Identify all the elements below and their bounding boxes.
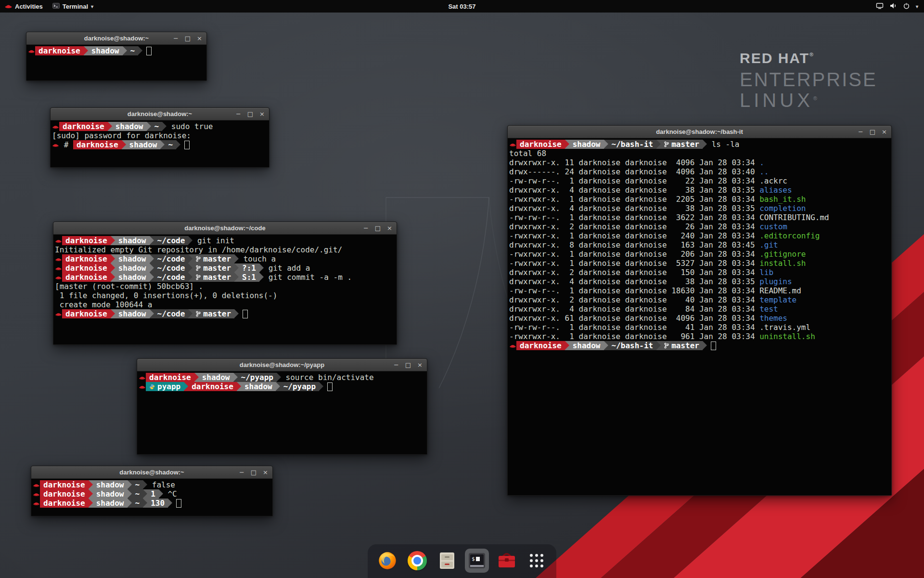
maximize-button[interactable]: □ [405,362,411,368]
powerline-separator-icon [565,140,569,149]
redhat-prompt-icon [52,140,59,149]
redhat-prompt-icon [139,373,146,382]
terminal-text: ls -la [707,140,739,149]
git-branch-icon [196,311,203,317]
terminal-window[interactable]: darknoise@shadow:~/pyapp − □ × darknoise… [137,358,427,455]
terminal-text: uninstall.sh [759,332,815,341]
dock: $ [368,544,556,578]
maximize-button[interactable]: □ [375,225,381,231]
prompt-segment: darknoise [62,254,111,263]
prompt-segment: darknoise [35,46,84,55]
close-button[interactable]: × [417,362,423,368]
minimize-button[interactable]: − [173,35,179,41]
terminal-body[interactable]: darknoiseshadow~ [26,45,206,80]
terminal-cursor [711,342,716,350]
prompt-segment: shadow [569,341,604,350]
git-branch-icon [664,141,671,147]
terminal-body[interactable]: darknoiseshadow~/code git initInitialize… [53,235,397,344]
terminal-line: [master (root-commit) 50bcb63] . [55,282,395,291]
close-button[interactable]: × [263,469,268,475]
terminal-text: completion [759,204,806,213]
powerline-separator-icon [259,263,264,273]
terminal-window[interactable]: darknoise@shadow:~/bash-it − □ × darknoi… [507,125,892,496]
terminal-text: .editorconfig [759,231,820,240]
prompt-segment: ~/code [154,236,189,245]
terminal-line: drwxrwxr-x. 8 darknoise darknoise 163 Ja… [509,240,890,250]
dock-item-terminal[interactable]: $ [465,549,489,573]
terminal-line: darknoiseshadow~/bash-itmaster [509,341,890,350]
close-button[interactable]: × [259,111,265,117]
terminal-line: darknoiseshadow~130 [33,499,271,508]
minimize-button[interactable]: − [363,225,369,231]
prompt-segment: ~/pyapp [280,382,319,391]
terminal-line: -rwxrwxr-x. 1 darknoise darknoise 206 Ja… [509,250,890,259]
window-title: darknoise@shadow:~ [84,35,149,42]
powerline-separator-icon [150,263,154,273]
titlebar[interactable]: darknoise@shadow:~ − □ × [51,108,269,120]
prompt-segment: ~/code [154,273,189,282]
clock[interactable]: Sat 03:57 [443,0,480,13]
terminal-text: drwxrwxr-x. 61 darknoise darknoise 4096 … [509,314,759,323]
titlebar[interactable]: darknoise@shadow:~/bash-it − □ × [508,126,891,138]
terminal-line: -rwxrwxr-x. 1 darknoise darknoise 2205 J… [509,195,890,204]
app-menu-terminal[interactable]: Terminal ▾ [48,0,98,13]
git-branch-icon [196,265,203,271]
prompt-segment: ~ [151,122,163,131]
maximize-button[interactable]: □ [251,469,257,475]
terminal-text: # [59,140,73,149]
dock-item-files[interactable] [435,549,459,573]
prompt-segment: shadow [88,46,123,55]
powerline-separator-icon [319,382,323,391]
terminal-window[interactable]: darknoise@shadow:~ − □ × darknoiseshadow… [31,466,273,516]
close-button[interactable]: × [197,35,202,41]
minimize-button[interactable]: − [394,362,399,368]
titlebar[interactable]: darknoise@shadow:~ − □ × [31,466,272,479]
terminal-text: bash_it.sh [759,195,806,204]
dock-item-chrome[interactable] [405,549,429,573]
close-button[interactable]: × [387,225,392,231]
powerline-separator-icon [111,273,115,282]
dock-item-firefox[interactable] [375,549,399,573]
terminal-text: plugins [759,277,792,286]
redhat-prompt-icon [509,140,516,149]
dock-item-app-grid[interactable] [525,549,549,573]
titlebar[interactable]: darknoise@shadow:~/pyapp − □ × [137,359,427,371]
terminal-line: -rw-rw-r--. 1 darknoise darknoise 3622 J… [509,213,890,222]
close-button[interactable]: × [882,129,887,135]
rhel-logo-enterprise: ENTERPRISE [740,69,877,90]
powerline-separator-icon [176,140,180,149]
minimize-button[interactable]: − [236,111,241,117]
redhat-prompt-icon [28,46,35,55]
titlebar[interactable]: darknoise@shadow:~ − □ × [26,32,206,45]
maximize-button[interactable]: □ [185,35,191,41]
powerline-separator-icon [604,140,608,149]
prompt-segment: darknoise [188,382,237,391]
terminal-window[interactable]: darknoise@shadow:~/code − □ × darknoises… [53,222,397,345]
powerline-separator-icon [168,499,172,508]
maximize-button[interactable]: □ [247,111,253,117]
terminal-window[interactable]: darknoise@shadow:~ − □ × darknoiseshadow… [50,107,270,168]
prompt-segment: shadow [241,382,276,391]
redhat-prompt-icon [139,382,146,391]
prompt-segment: darknoise [59,122,108,131]
prompt-segment: ~ [132,489,143,499]
terminal-body[interactable]: darknoiseshadow~ sudo true[sudo] passwor… [51,120,269,167]
minimize-button[interactable]: − [239,469,244,475]
terminal-body[interactable]: darknoiseshadow~/bash-itmaster ls -latot… [508,138,891,495]
maximize-button[interactable]: □ [870,129,875,135]
dock-item-toolbox[interactable] [495,549,519,573]
terminal-line: 1 file changed, 0 insertions(+), 0 delet… [55,291,395,300]
powerline-separator-icon [188,309,192,318]
system-status-area[interactable]: ▾ [870,0,924,13]
powerline-separator-icon [123,46,127,55]
prompt-segment: darknoise [62,273,111,282]
terminal-window[interactable]: darknoise@shadow:~ − □ × darknoiseshadow… [26,32,207,81]
terminal-body[interactable]: darknoiseshadow~ falsedarknoiseshadow~1 … [31,479,272,516]
redhat-prompt-icon [55,309,62,318]
activities-button[interactable]: Activities [0,0,48,13]
terminal-line: drwxrwxr-x. 2 darknoise darknoise 26 Jan… [509,222,890,231]
terminal-body[interactable]: darknoiseshadow~/pyapp source bin/activa… [137,371,427,454]
terminal-text: source bin/activate [281,373,374,382]
titlebar[interactable]: darknoise@shadow:~/code − □ × [53,222,397,235]
minimize-button[interactable]: − [858,129,863,135]
